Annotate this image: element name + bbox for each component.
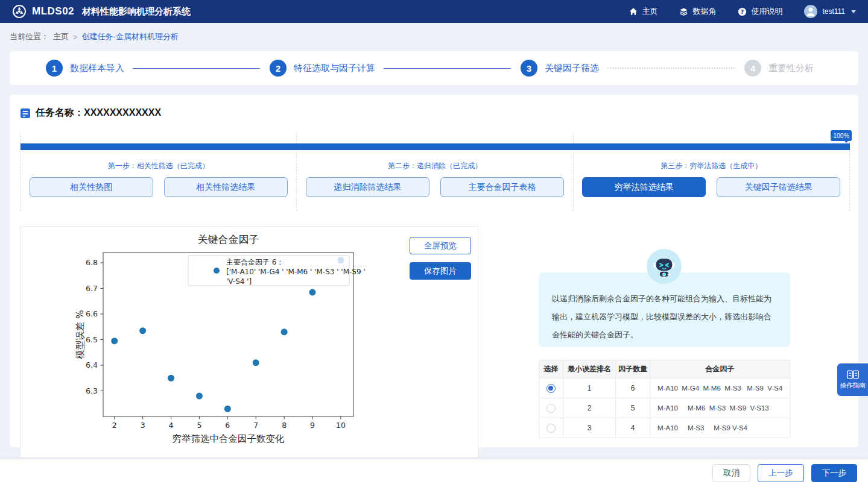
cell-rank: 1 (563, 379, 616, 398)
tab-相关性热图[interactable]: 相关性热图 (30, 177, 153, 197)
y-tick-label: 6.3 (86, 386, 98, 395)
step-circle-4: 4 (744, 60, 761, 77)
y-tick-label: 6.4 (86, 360, 98, 369)
data-point (224, 406, 231, 412)
scatter-chart: 23456789106.36.46.56.66.76.8关键合金因子穷举筛选中合… (21, 227, 394, 450)
row-radio[interactable] (546, 404, 556, 413)
step-1: 1数据样本导入 (46, 60, 133, 77)
operation-guide-label: 操作指南 (840, 382, 866, 390)
tab-主要合金因子表格[interactable]: 主要合金因子表格 (440, 177, 564, 197)
col-min-error-rank: 最小误差排名 (563, 360, 616, 379)
cell-select (539, 418, 563, 438)
step-connector (384, 68, 511, 69)
progress-section-title: 第二步：递归消除（已完成） (297, 161, 572, 171)
x-tick-label: 10 (336, 421, 346, 430)
row-radio[interactable] (546, 424, 556, 433)
tab-关键因子筛选结果[interactable]: 关键因子筛选结果 (717, 177, 840, 197)
x-axis-label: 穷举筛选中合金因子数变化 (173, 433, 285, 444)
cell-factors: M-A10 M-M6 M-S3 M-S9 V-S13 (650, 398, 790, 418)
step-circle-3: 3 (521, 60, 537, 77)
chevron-down-icon (851, 10, 856, 13)
side-column: 以递归消除后剩余合金因子的各种可能组合为输入、目标性能为输出，建立机器学习模型，… (539, 226, 790, 458)
step-connector (607, 68, 735, 69)
cell-select (539, 379, 563, 398)
table-header-row: 选择 最小误差排名 因子数量 合金因子 (539, 360, 790, 379)
help-icon: ? (738, 7, 747, 16)
app-header: MLDS02 材料性能影响机理分析系统 主页 数据角 (0, 0, 868, 23)
data-point (168, 375, 174, 382)
progress-zone: 100% 第一步：相关性筛选（已完成）相关性热图相关性筛选结果第二步：递归消除（… (20, 133, 850, 211)
cell-factors: M-A10 M-G4 M-M6 M-S3 M-S9 V-S4 (650, 379, 790, 398)
cell-count: 4 (616, 418, 650, 438)
next-step-button[interactable]: 下一步 (811, 464, 858, 482)
stepper: 1数据样本导入2特征选取与因子计算3关键因子筛选4重要性分析 (10, 51, 858, 85)
breadcrumb-current[interactable]: 创建任务-金属材料机理分析 (82, 31, 179, 42)
y-tick-label: 6.5 (86, 335, 98, 344)
step-2: 2特征选取与因子计算 (270, 60, 384, 77)
brand-name: MLDS02 (32, 5, 74, 17)
robot-assistant-icon (647, 249, 682, 284)
step-label-4: 重要性分析 (768, 63, 814, 74)
tab-递归消除筛选结果[interactable]: 递归消除筛选结果 (306, 177, 429, 197)
user-name: test111 (822, 7, 845, 16)
row-radio[interactable] (546, 384, 556, 393)
nav-data-corner[interactable]: 数据角 (679, 6, 716, 17)
nav-help[interactable]: ? 使用说明 (738, 6, 782, 17)
app-logo-icon (12, 4, 27, 19)
progress-section-title: 第一步：相关性筛选（已完成） (21, 161, 296, 171)
x-tick-label: 7 (253, 421, 258, 430)
step-label-1: 数据样本导入 (70, 63, 124, 74)
chart-title: 关键合金因子 (198, 233, 259, 245)
progress-section-buttons: 穷举法筛选结果关键因子筛选结果 (574, 177, 849, 197)
legend-line: ['M-A10' 'M-G4 ' 'M-M6 ' 'M-S3 ' 'M-S9 ' (226, 268, 366, 276)
table-row[interactable]: 25M-A10 M-M6 M-S3 M-S9 V-S13 (539, 398, 790, 418)
step-connector (133, 68, 260, 69)
main-card: 任务名称：XXXXXXXXXXXX 100% 第一步：相关性筛选（已完成）相关性… (10, 95, 858, 447)
cancel-button[interactable]: 取消 (712, 464, 750, 482)
tab-相关性筛选结果[interactable]: 相关性筛选结果 (164, 177, 288, 197)
x-tick-label: 4 (169, 421, 174, 430)
x-tick-label: 9 (310, 421, 315, 430)
y-tick-label: 6.8 (86, 258, 98, 267)
nav-data-corner-label: 数据角 (692, 6, 716, 17)
x-tick-label: 6 (225, 421, 230, 430)
step-4: 4重要性分析 (744, 60, 822, 77)
breadcrumb-prefix: 当前位置： (10, 31, 49, 42)
table-row[interactable]: 16M-A10 M-G4 M-M6 M-S3 M-S9 V-S4 (539, 379, 790, 398)
cell-factors: M-A10 M-S3 M-S9 V-S4 (650, 418, 790, 438)
cell-count: 6 (616, 379, 650, 398)
legend-line: 'V-S4 '] (226, 277, 252, 286)
task-title: 任务名称：XXXXXXXXXXXX (36, 107, 161, 119)
user-menu[interactable]: test111 (804, 5, 856, 18)
progress-bar (21, 143, 850, 150)
col-alloy-factors: 合金因子 (650, 360, 790, 379)
data-point (337, 257, 344, 263)
legend-marker (214, 268, 220, 274)
step-circle-1: 1 (46, 60, 63, 77)
legend-line: 主要合金因子 6 : (226, 258, 281, 266)
y-tick-label: 6.7 (86, 284, 98, 293)
data-point (253, 359, 259, 366)
save-image-button[interactable]: 保存图片 (410, 262, 471, 280)
data-point (139, 327, 146, 334)
tab-穷举法筛选结果[interactable]: 穷举法筛选结果 (582, 177, 706, 197)
breadcrumb: 当前位置： 主页 > 创建任务-金属材料机理分析 (0, 23, 868, 51)
step-circle-2: 2 (270, 60, 287, 77)
operation-guide-fab[interactable]: 操作指南 (837, 363, 868, 396)
table-row[interactable]: 34M-A10 M-S3 M-S9 V-S4 (539, 418, 790, 438)
chart-panel: 23456789106.36.46.56.66.76.8关键合金因子穷举筛选中合… (20, 226, 478, 458)
progress-section-buttons: 递归消除筛选结果主要合金因子表格 (297, 177, 572, 197)
result-table: 选择 最小误差排名 因子数量 合金因子 16M-A10 M-G4 M-M6 M-… (539, 360, 790, 438)
cell-rank: 3 (563, 418, 616, 438)
cell-rank: 2 (563, 398, 616, 418)
data-point (111, 338, 118, 344)
layers-icon (679, 7, 688, 16)
fullscreen-preview-button[interactable]: 全屏预览 (410, 237, 471, 254)
prev-step-button[interactable]: 上一步 (758, 464, 804, 482)
x-tick-label: 5 (197, 421, 201, 430)
breadcrumb-home[interactable]: 主页 (53, 31, 69, 42)
task-doc-icon (20, 108, 31, 119)
progress-section-title: 第三步：穷举法筛选（生成中） (574, 161, 849, 171)
nav-home[interactable]: 主页 (629, 6, 657, 17)
breadcrumb-separator: > (73, 33, 78, 42)
